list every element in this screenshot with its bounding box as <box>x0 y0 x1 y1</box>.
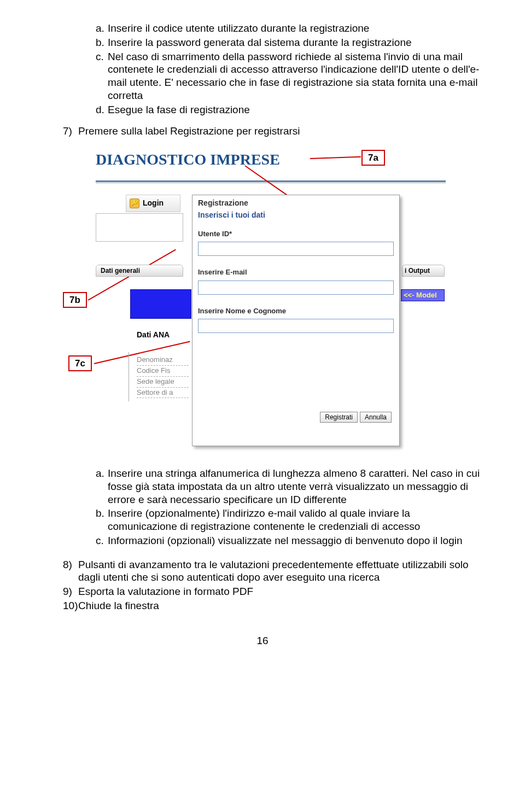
key-icon: 🔑 <box>130 198 139 208</box>
paragraph-text: Premere sulla label Registrazione per re… <box>78 125 300 138</box>
field-labels: Denominaz Codice Fis Sede legale Settore… <box>137 355 189 398</box>
list-marker: b. <box>96 36 108 49</box>
label-nome: Inserire Nome e Cognome <box>198 307 394 316</box>
dialog-subtitle: Inserisci i tuoi dati <box>198 211 394 220</box>
paragraph-text: Nel caso di smarrimento della password r… <box>108 50 481 102</box>
divider <box>129 352 129 401</box>
list-marker: 8) <box>63 558 78 585</box>
login-tab[interactable]: 🔑 Login <box>126 195 180 212</box>
field-label: Sede legale <box>137 377 189 388</box>
registrati-button[interactable]: Registrati <box>320 412 358 423</box>
field-label: Denominaz <box>137 355 189 366</box>
list-marker: c. <box>96 50 108 102</box>
paragraph-text: Informazioni (opzionali) visualizzate ne… <box>108 534 463 547</box>
selected-panel <box>130 289 191 319</box>
paragraph-text: Inserire la password generata dal sistem… <box>108 36 412 49</box>
tab-output[interactable]: i Output <box>402 265 445 277</box>
label-utente-id: Utente ID* <box>198 230 394 238</box>
registration-dialog: Registrazione Inserisci i tuoi dati Uten… <box>192 195 400 446</box>
paragraph-text: Inserire (opzionalmente) l'indirizzo e-m… <box>108 507 481 533</box>
app-title: DIAGNOSTICO IMPRESE <box>96 150 280 169</box>
paragraph-text: Chiude la finestra <box>78 599 159 612</box>
list-marker: c. <box>96 534 108 547</box>
paragraph-text: Inserire il codice utente utilizzato dur… <box>108 22 369 35</box>
callout-7a: 7a <box>361 150 385 166</box>
paragraph-text: Esegue la fase di registrazione <box>108 103 250 116</box>
label-email: Inserire E-mail <box>198 268 394 277</box>
callout-7b: 7b <box>63 292 87 308</box>
divider <box>96 180 446 182</box>
list-marker: a. <box>96 22 108 35</box>
list-marker: b. <box>96 507 108 533</box>
leader-line <box>310 156 361 159</box>
field-label: Settore di a <box>137 388 189 399</box>
email-input[interactable] <box>198 281 394 295</box>
paragraph-text: Inserire una stringa alfanumerica di lun… <box>108 467 481 506</box>
embedded-screenshot: DIAGNOSTICO IMPRESE 7a 7b 7c 🔑 Login Dat… <box>63 150 457 456</box>
sidebar-box <box>96 213 183 242</box>
tab-dati-generali[interactable]: Dati generali <box>96 265 183 277</box>
annulla-button[interactable]: Annulla <box>360 412 392 423</box>
dialog-title: Registrazione <box>198 198 394 208</box>
model-indicator: <<- Model <box>401 289 445 301</box>
callout-7c: 7c <box>68 355 92 371</box>
list-marker: 7) <box>63 125 78 138</box>
list-marker: d. <box>96 103 108 116</box>
list-marker: a. <box>96 467 108 506</box>
utente-id-input[interactable] <box>198 242 394 256</box>
nome-cognome-input[interactable] <box>198 319 394 333</box>
login-label: Login <box>143 198 164 208</box>
list-marker: 9) <box>63 585 78 598</box>
field-label: Codice Fis <box>137 366 189 377</box>
section-heading: Dati ANA <box>137 330 170 340</box>
paragraph-text: Esporta la valutazione in formato PDF <box>78 585 253 598</box>
paragraph-text: Pulsanti di avanzamento tra le valutazio… <box>78 558 481 585</box>
list-marker: 10) <box>63 599 78 612</box>
page-number: 16 <box>44 634 481 647</box>
